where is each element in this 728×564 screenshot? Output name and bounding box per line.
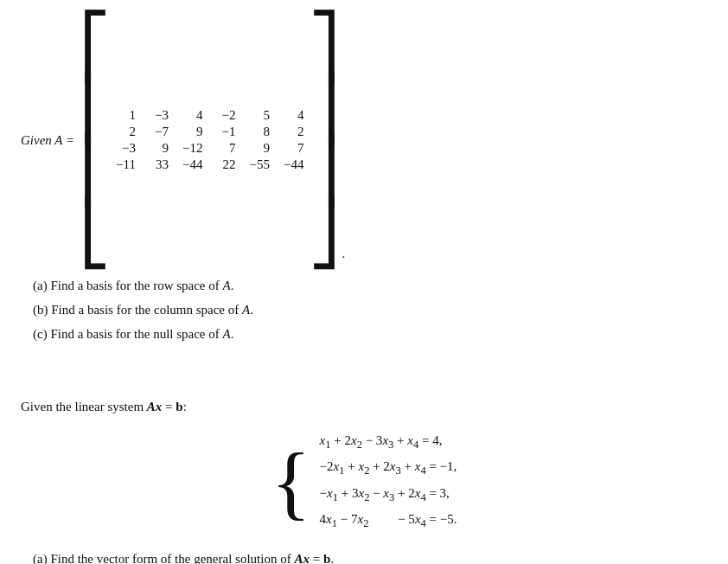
matrix-wrapper: ⎡⎢⎢⎣ 1 −3 4 −2 5 4 2 −7 9 −1 8 2 −3 9 −1… [80, 16, 345, 265]
matrix-cell: 9 [150, 141, 169, 156]
equations-block: x1 + 2x2 − 3x3 + x4 = 4, −2x1 + x2 + 2x3… [320, 430, 457, 533]
equation-line: −2x1 + x2 + 2x3 + x4 = −1, [320, 456, 457, 480]
sub-part-a-label: (a) Find the vector form of the general … [33, 552, 334, 564]
matrix-cell: −7 [150, 125, 169, 139]
bracket-left-icon: ⎡⎢⎢⎣ [80, 16, 111, 265]
matrix-cell: −44 [284, 157, 303, 172]
matrix-cell: −2 [216, 108, 235, 123]
matrix-cell: −11 [116, 157, 136, 172]
part-a-label: (a) Find a basis for the row space of A. [33, 279, 233, 292]
matrix-cell: 9 [182, 125, 202, 139]
matrix-cell: 5 [249, 108, 269, 123]
list-item: (c) Find a basis for the null space of A… [33, 324, 707, 344]
matrix-grid: 1 −3 4 −2 5 4 2 −7 9 −1 8 2 −3 9 −12 7 9… [111, 105, 309, 176]
period: . [342, 247, 345, 265]
matrix-cell: −55 [249, 157, 269, 172]
system-container: { x1 + 2x2 − 3x3 + x4 = 4, −2x1 + x2 + 2… [21, 430, 707, 533]
matrix-cell: 22 [216, 157, 235, 172]
parts-list-b: (a) Find the vector form of the general … [33, 548, 707, 564]
matrix-cell: 4 [182, 108, 202, 123]
matrix-cell: 2 [284, 125, 303, 139]
matrix-cell: −3 [150, 108, 169, 123]
linear-system-title: Given the linear system Ax = b: [21, 400, 707, 414]
matrix-cell: 33 [150, 157, 169, 172]
matrix-cell: 9 [249, 141, 269, 156]
given-a-section: Given A = ⎡⎢⎢⎣ 1 −3 4 −2 5 4 2 −7 9 −1 8… [21, 16, 707, 265]
matrix-cell: −1 [216, 125, 235, 139]
brace-left-icon: { [271, 440, 311, 523]
given-a-label: Given A = [21, 133, 74, 148]
equation-line: x1 + 2x2 − 3x3 + x4 = 4, [320, 430, 457, 454]
part-c-label: (c) Find a basis for the null space of A… [33, 327, 233, 341]
bracket-right-icon: ⎤⎥⎥⎦ [309, 16, 340, 265]
matrix-cell: −44 [182, 157, 202, 172]
matrix-cell: 1 [116, 108, 136, 123]
matrix-cell: 2 [116, 125, 136, 139]
matrix-cell: −3 [116, 141, 136, 156]
list-item: (a) Find a basis for the row space of A. [33, 275, 707, 296]
matrix-cell: 8 [249, 125, 269, 139]
matrix-cell: 7 [216, 141, 235, 156]
page: Given A = ⎡⎢⎢⎣ 1 −3 4 −2 5 4 2 −7 9 −1 8… [21, 16, 707, 564]
list-item: (a) Find the vector form of the general … [33, 548, 707, 564]
part-b-label: (b) Find a basis for the column space of… [33, 303, 253, 317]
matrix-cell: 7 [284, 141, 303, 156]
matrix-cell: 4 [284, 108, 303, 123]
equation-line: 4x1 − 7x2 − 5x4 = −5. [320, 509, 457, 533]
parts-list-a: (a) Find a basis for the row space of A.… [33, 275, 707, 344]
equation-line: −x1 + 3x2 − x3 + 2x4 = 3, [320, 483, 457, 507]
matrix-cell: −12 [182, 141, 202, 156]
list-item: (b) Find a basis for the column space of… [33, 299, 707, 320]
